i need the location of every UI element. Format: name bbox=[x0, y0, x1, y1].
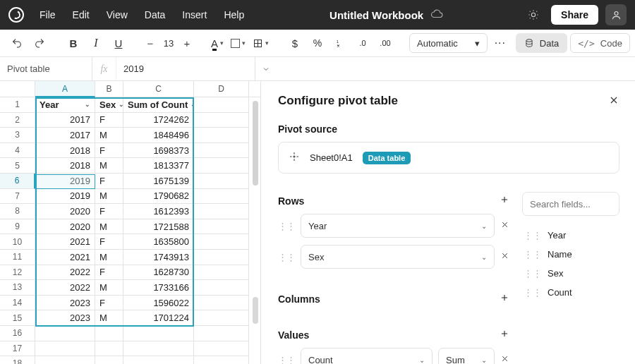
remove-row-year-button[interactable] bbox=[500, 220, 509, 231]
cell[interactable]: 1733166 bbox=[123, 280, 194, 296]
workbook-title[interactable]: Untitled Workbook bbox=[255, 8, 517, 23]
text-color-button[interactable]: A ▾ bbox=[209, 37, 226, 49]
drag-handle-icon[interactable]: ⋮⋮ bbox=[278, 355, 295, 365]
row-header[interactable]: 11 bbox=[0, 250, 35, 265]
field-year[interactable]: ⋮⋮Year bbox=[522, 226, 619, 245]
pivot-header-sum[interactable]: Sum of Count⌄ bbox=[123, 97, 194, 113]
cell-active[interactable]: 2019 bbox=[35, 174, 95, 189]
menu-view[interactable]: View bbox=[101, 6, 133, 23]
col-header-D[interactable]: D bbox=[194, 81, 249, 97]
remove-value-count-button[interactable] bbox=[500, 354, 509, 364]
borders-button[interactable]: ▾ bbox=[250, 38, 271, 49]
cell[interactable] bbox=[194, 204, 249, 219]
user-avatar-icon[interactable] bbox=[605, 4, 627, 25]
format-currency-button[interactable]: $ bbox=[285, 33, 305, 53]
more-toolbar-button[interactable]: ··· bbox=[490, 33, 510, 53]
col-header-A[interactable]: A bbox=[35, 81, 95, 97]
cell[interactable]: M bbox=[95, 250, 123, 265]
cell[interactable]: M bbox=[95, 158, 123, 174]
row-field-year[interactable]: Year⌄ bbox=[301, 214, 495, 238]
menu-help[interactable]: Help bbox=[218, 6, 250, 23]
cell[interactable]: 1612393 bbox=[123, 204, 194, 219]
cell[interactable]: 2021 bbox=[35, 234, 95, 250]
field-count[interactable]: ⋮⋮Count bbox=[522, 283, 619, 302]
field-sex[interactable]: ⋮⋮Sex bbox=[522, 264, 619, 283]
value-field-count[interactable]: Count⌄ bbox=[301, 348, 433, 364]
cell[interactable] bbox=[194, 143, 249, 159]
cell[interactable]: 1635800 bbox=[123, 234, 194, 250]
row-header[interactable]: 14 bbox=[0, 296, 35, 311]
cell[interactable]: 2022 bbox=[35, 280, 95, 296]
cell[interactable]: 2018 bbox=[35, 143, 95, 159]
cell[interactable] bbox=[194, 250, 249, 265]
cell[interactable] bbox=[194, 158, 249, 174]
cell[interactable]: F bbox=[95, 296, 123, 311]
spreadsheet-grid[interactable]: A B C D 1 Year⌄ Sex⌄ Sum of Count⌄ 22017… bbox=[0, 81, 261, 364]
select-all-corner[interactable] bbox=[0, 81, 35, 97]
cell[interactable]: M bbox=[95, 310, 123, 326]
value-agg-select[interactable]: Sum⌄ bbox=[438, 348, 495, 364]
cell-empty[interactable] bbox=[194, 97, 249, 113]
cell[interactable]: F bbox=[95, 234, 123, 250]
cell[interactable]: 1724262 bbox=[123, 113, 194, 128]
fill-color-button[interactable]: ▾ bbox=[229, 39, 248, 48]
cell[interactable]: 2021 bbox=[35, 250, 95, 265]
share-button[interactable]: Share bbox=[551, 5, 598, 25]
underline-button[interactable]: U bbox=[109, 33, 128, 53]
bold-button[interactable]: B bbox=[64, 33, 83, 53]
cell[interactable]: 1701224 bbox=[123, 310, 194, 326]
cell[interactable] bbox=[194, 326, 249, 341]
cell[interactable]: 2023 bbox=[35, 310, 95, 326]
row-header[interactable]: 18 bbox=[0, 356, 35, 364]
cell[interactable] bbox=[95, 341, 123, 357]
cell[interactable]: F bbox=[95, 113, 123, 128]
cell[interactable]: F bbox=[95, 204, 123, 219]
cell[interactable]: 2020 bbox=[35, 204, 95, 219]
field-name[interactable]: ⋮⋮Name bbox=[522, 245, 619, 264]
col-header-C[interactable]: C bbox=[123, 81, 194, 97]
font-size-decrease[interactable]: − bbox=[143, 35, 158, 51]
theme-toggle-icon[interactable] bbox=[523, 4, 544, 25]
cell[interactable] bbox=[35, 356, 95, 364]
search-fields-input[interactable] bbox=[522, 192, 619, 216]
cell[interactable] bbox=[194, 296, 249, 311]
cell[interactable]: 1721588 bbox=[123, 219, 194, 235]
row-header[interactable]: 8 bbox=[0, 204, 35, 219]
cell[interactable] bbox=[194, 219, 249, 235]
row-header[interactable]: 3 bbox=[0, 128, 35, 143]
row-header[interactable]: 13 bbox=[0, 280, 35, 296]
cell[interactable] bbox=[194, 174, 249, 189]
cell[interactable]: M bbox=[95, 280, 123, 296]
close-panel-button[interactable] bbox=[608, 95, 619, 108]
cell[interactable]: F bbox=[95, 174, 123, 189]
menu-data[interactable]: Data bbox=[139, 6, 171, 23]
cell[interactable] bbox=[194, 265, 249, 281]
cell[interactable]: 2019 bbox=[35, 189, 95, 205]
number-format-select[interactable]: Automatic ▾ bbox=[409, 33, 488, 53]
code-panel-button[interactable]: </> Code bbox=[570, 33, 630, 53]
cell[interactable] bbox=[123, 356, 194, 364]
pivot-source-box[interactable]: Sheet0!A1 Data table bbox=[278, 142, 619, 174]
cell[interactable] bbox=[194, 280, 249, 296]
cell[interactable]: 1698373 bbox=[123, 143, 194, 159]
cell[interactable]: 2020 bbox=[35, 219, 95, 235]
cell[interactable] bbox=[95, 356, 123, 364]
font-size-value[interactable]: 13 bbox=[159, 38, 178, 49]
cell[interactable]: M bbox=[95, 219, 123, 235]
undo-button[interactable] bbox=[7, 33, 27, 53]
name-box[interactable]: Pivot table bbox=[0, 57, 92, 80]
row-header[interactable]: 10 bbox=[0, 234, 35, 250]
cell[interactable] bbox=[35, 326, 95, 341]
formula-expand-button[interactable] bbox=[255, 57, 276, 80]
row-header[interactable]: 2 bbox=[0, 113, 35, 128]
row-header[interactable]: 17 bbox=[0, 341, 35, 357]
row-header[interactable]: 5 bbox=[0, 158, 35, 174]
cell[interactable]: 2017 bbox=[35, 113, 95, 128]
row-header[interactable]: 9 bbox=[0, 219, 35, 235]
increase-decimal-button[interactable]: .00 bbox=[375, 33, 395, 53]
cell[interactable]: 1628730 bbox=[123, 265, 194, 281]
cell[interactable]: F bbox=[95, 265, 123, 281]
cell[interactable]: M bbox=[95, 189, 123, 205]
data-panel-button[interactable]: Data bbox=[516, 33, 567, 53]
row-header[interactable]: 15 bbox=[0, 310, 35, 326]
